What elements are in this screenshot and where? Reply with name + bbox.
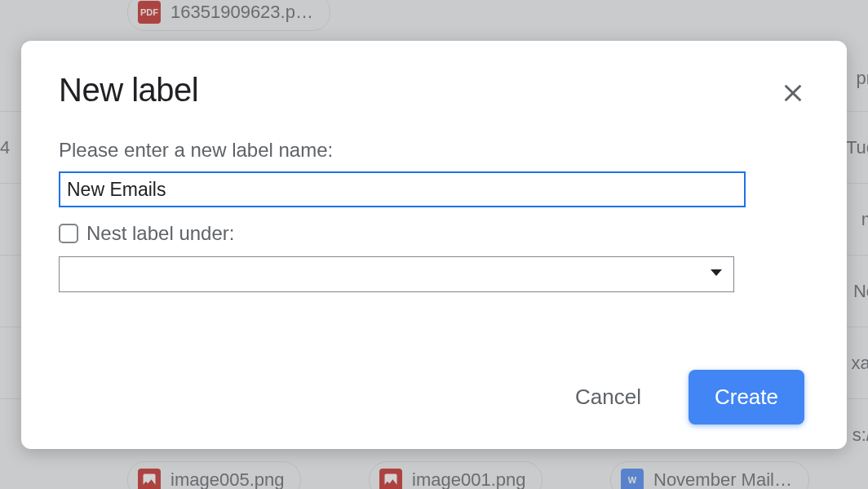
new-label-dialog: New label Please enter a new label name:…: [21, 41, 847, 449]
label-name-input[interactable]: [59, 171, 746, 207]
create-button[interactable]: Create: [689, 370, 804, 425]
parent-label-select[interactable]: [59, 256, 734, 292]
label-name-prompt: Please enter a new label name:: [59, 139, 809, 162]
dialog-title: New label: [59, 72, 198, 109]
nest-label-text: Nest label under:: [86, 222, 234, 245]
nest-label-checkbox[interactable]: [59, 224, 78, 243]
close-icon: [780, 80, 806, 106]
cancel-button[interactable]: Cancel: [570, 376, 646, 418]
close-button[interactable]: [777, 77, 809, 109]
